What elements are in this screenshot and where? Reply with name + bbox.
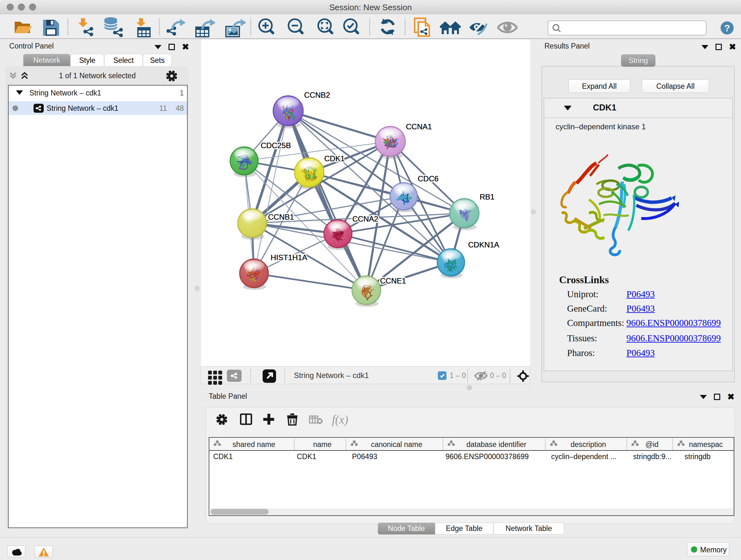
svg-text:CDC25B: CDC25B <box>261 141 291 150</box>
svg-text:CCNE1: CCNE1 <box>380 276 406 285</box>
svg-text:CCNA1: CCNA1 <box>406 122 432 131</box>
svg-text:CDC6: CDC6 <box>418 174 439 183</box>
svg-text:CDK1: CDK1 <box>324 154 345 163</box>
svg-text:CCNA2: CCNA2 <box>352 214 378 223</box>
svg-text:HIST1H1A: HIST1H1A <box>271 253 307 262</box>
svg-text:CDKN1A: CDKN1A <box>468 240 499 249</box>
svg-text:CCNB1: CCNB1 <box>268 212 294 221</box>
svg-text:CCNB2: CCNB2 <box>304 91 330 99</box>
svg-text:RB1: RB1 <box>480 192 495 201</box>
